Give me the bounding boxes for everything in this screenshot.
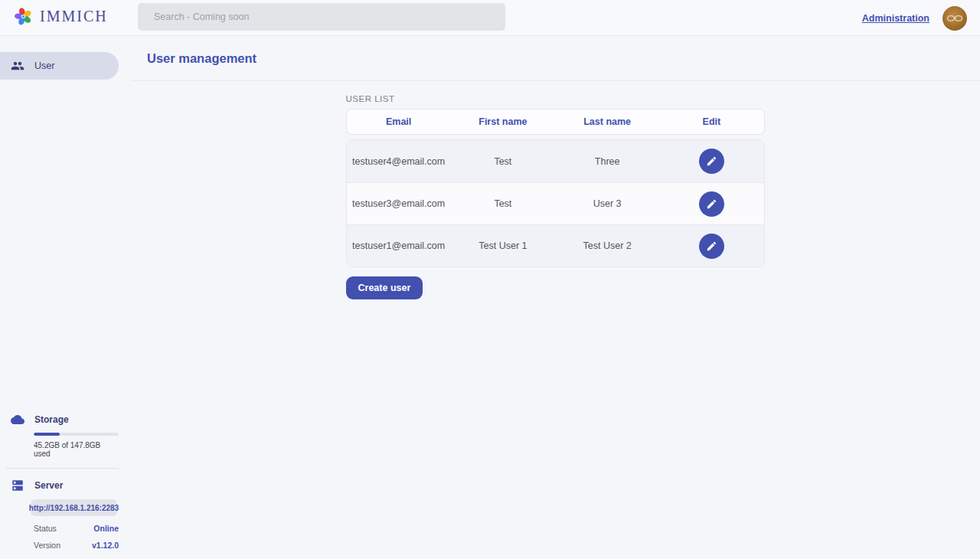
cell-last-name: Three (595, 156, 620, 167)
cell-edit (699, 191, 724, 217)
storage-section-header: Storage (11, 413, 119, 427)
cell-email: testuser3@email.com (352, 198, 445, 209)
sidebar-divider (6, 468, 119, 469)
table-row: testuser3@email.comTestUser 3 (347, 182, 764, 224)
status-label: Status (34, 524, 57, 533)
server-icon (11, 479, 24, 492)
pencil-icon (706, 155, 717, 167)
pencil-icon (706, 240, 717, 252)
status-value: Online (93, 524, 119, 533)
server-status-row: Status Online (34, 524, 119, 533)
column-header-edit: Edit (703, 116, 721, 127)
cell-edit (699, 234, 724, 259)
cell-last-name: User 3 (593, 198, 622, 209)
server-version-row: Version v1.12.0 (34, 541, 119, 550)
cell-first-name: Test User 1 (479, 240, 527, 251)
edit-user-button[interactable] (699, 149, 724, 174)
app-header: IMMICH Administration (0, 0, 980, 36)
header-right: Administration (862, 0, 967, 36)
cell-email: testuser1@email.com (352, 240, 445, 251)
glasses-icon (946, 14, 964, 23)
table-row: testuser1@email.comTest User 1Test User … (347, 224, 764, 266)
sidebar-status-panel: Storage 45.2GB of 147.8GB used Server ht… (0, 413, 119, 550)
avatar[interactable] (942, 6, 967, 31)
users-icon (11, 59, 24, 73)
column-header-email: Email (386, 116, 411, 127)
edit-user-button[interactable] (699, 191, 724, 217)
main-header: User management (130, 36, 980, 81)
user-table-body: testuser4@email.comTestThreetestuser3@em… (346, 139, 765, 267)
storage-progress-fill (34, 433, 60, 436)
server-url-badge[interactable]: http://192.168.1.216:2283 (31, 499, 117, 516)
page-title: User management (147, 51, 256, 66)
cell-first-name: Test (494, 156, 511, 167)
create-user-button[interactable]: Create user (346, 276, 423, 299)
administration-link[interactable]: Administration (862, 13, 929, 24)
table-row: testuser4@email.comTestThree (347, 140, 764, 182)
version-label: Version (34, 541, 60, 550)
search-input[interactable] (138, 3, 505, 31)
sidebar-item-user[interactable]: User (0, 52, 119, 80)
edit-user-button[interactable] (699, 234, 724, 259)
version-value: v1.12.0 (92, 541, 119, 550)
main-content: User management USER LIST EmailFirst nam… (130, 36, 980, 559)
cell-email: testuser4@email.com (352, 156, 445, 167)
storage-title: Storage (34, 414, 69, 425)
cell-last-name: Test User 2 (583, 240, 632, 251)
cell-edit (699, 149, 724, 174)
column-header-first-name: First name (479, 116, 527, 127)
column-header-last-name: Last name (583, 116, 631, 127)
immich-flower-icon (13, 6, 34, 27)
sidebar: User Storage 45.2GB of 147.8GB used Serv… (0, 36, 130, 559)
logo: IMMICH (13, 6, 108, 27)
server-title: Server (34, 480, 63, 491)
pencil-icon (706, 198, 717, 210)
user-list-section-title: USER LIST (346, 94, 765, 103)
sidebar-item-user-label: User (34, 60, 54, 71)
server-section-header: Server (11, 479, 119, 492)
cloud-icon (11, 413, 24, 427)
cell-first-name: Test (494, 198, 511, 209)
logo-wordmark: IMMICH (40, 8, 108, 25)
storage-progress-bar (34, 433, 119, 436)
storage-usage-text: 45.2GB of 147.8GB used (34, 441, 119, 458)
user-table-header: EmailFirst nameLast nameEdit (346, 109, 765, 135)
